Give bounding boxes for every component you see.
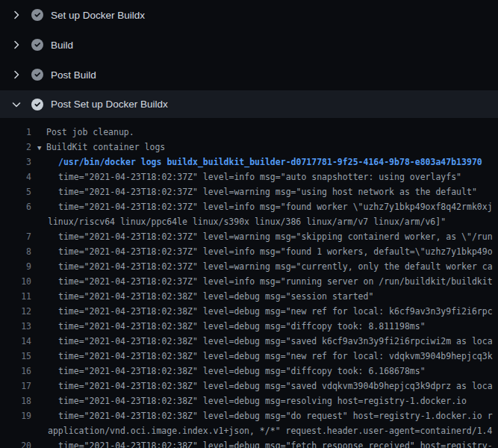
check-circle-icon <box>31 69 43 81</box>
step-list: Set up Docker Buildx Build Post Build <box>0 0 498 118</box>
line-number: 12 <box>0 304 31 319</box>
step-row-post-build[interactable]: Post Build <box>0 60 498 90</box>
line-number <box>0 214 31 229</box>
check-circle-icon <box>31 9 43 21</box>
log-text: time="2021-04-23T18:02:38Z" level=debug … <box>58 319 426 334</box>
line-number: 19 <box>0 408 31 423</box>
log-line: 18time="2021-04-23T18:02:38Z" level=debu… <box>0 393 498 408</box>
group-collapse-toggle-icon[interactable]: ▼ <box>37 140 46 155</box>
log-command-link[interactable]: /usr/bin/docker logs buildx_buildkit_bui… <box>58 155 482 169</box>
log-line: 6time="2021-04-23T18:02:37Z" level=info … <box>0 199 498 214</box>
log-text: time="2021-04-23T18:02:37Z" level=warnin… <box>58 229 493 244</box>
log-lines: 1Post job cleanup.2▼BuildKit container l… <box>0 125 498 448</box>
log-line: 10time="2021-04-23T18:02:37Z" level=info… <box>0 274 498 289</box>
log-line: 7time="2021-04-23T18:02:37Z" level=warni… <box>0 229 498 244</box>
step-label: Post Set up Docker Buildx <box>51 99 168 110</box>
line-number: 1 <box>0 125 31 140</box>
log-line: 2▼BuildKit container logs <box>0 140 498 155</box>
line-number: 20 <box>0 438 31 448</box>
line-number: 11 <box>0 289 31 304</box>
step-row-set-up-docker-buildx[interactable]: Set up Docker Buildx <box>0 0 498 30</box>
log-text: Post job cleanup. <box>46 125 134 140</box>
line-number: 14 <box>0 334 31 349</box>
line-number: 4 <box>0 169 31 184</box>
line-number <box>0 423 31 438</box>
log-text: time="2021-04-23T18:02:37Z" level=info m… <box>58 169 461 184</box>
log-line: 17time="2021-04-23T18:02:38Z" level=debu… <box>0 379 498 393</box>
log-area: 1Post job cleanup.2▼BuildKit container l… <box>0 118 498 448</box>
workflow-log-viewer: Set up Docker Buildx Build Post Build <box>0 0 498 448</box>
line-number: 3 <box>0 155 31 169</box>
log-line: 9time="2021-04-23T18:02:37Z" level=warni… <box>0 259 498 274</box>
line-number: 13 <box>0 319 31 334</box>
line-number: 2 <box>0 140 31 155</box>
line-number: 18 <box>0 393 31 408</box>
log-text: time="2021-04-23T18:02:38Z" level=debug … <box>58 379 493 393</box>
log-line: 11time="2021-04-23T18:02:38Z" level=debu… <box>0 289 498 304</box>
log-text: ▼BuildKit container logs <box>37 140 165 155</box>
log-text: time="2021-04-23T18:02:38Z" level=debug … <box>58 364 426 379</box>
log-line: 5time="2021-04-23T18:02:37Z" level=warni… <box>0 184 498 199</box>
log-text: time="2021-04-23T18:02:38Z" level=debug … <box>58 334 493 349</box>
line-number: 9 <box>0 259 31 274</box>
line-number: 5 <box>0 184 31 199</box>
log-line: 3/usr/bin/docker logs buildx_buildkit_bu… <box>0 155 498 169</box>
chevron-right-icon[interactable] <box>10 9 22 21</box>
chevron-right-icon[interactable] <box>10 39 22 51</box>
log-line: 20time="2021-04-23T18:02:38Z" level=debu… <box>0 438 498 448</box>
log-line: 15time="2021-04-23T18:02:38Z" level=debu… <box>0 349 498 364</box>
line-number: 6 <box>0 199 31 214</box>
step-label: Post Build <box>51 69 96 81</box>
log-text: time="2021-04-23T18:02:37Z" level=info m… <box>58 244 493 259</box>
log-line: 14time="2021-04-23T18:02:38Z" level=debu… <box>0 334 498 349</box>
log-line: 4time="2021-04-23T18:02:37Z" level=info … <box>0 169 498 184</box>
step-label: Build <box>51 40 73 51</box>
log-text: time="2021-04-23T18:02:38Z" level=debug … <box>58 408 493 423</box>
line-number: 15 <box>0 349 31 364</box>
chevron-right-icon[interactable] <box>10 69 22 81</box>
log-line: 19time="2021-04-23T18:02:38Z" level=debu… <box>0 408 498 423</box>
log-line: linux/riscv64 linux/ppc64le linux/s390x … <box>0 214 498 229</box>
log-text: time="2021-04-23T18:02:37Z" level=info m… <box>58 199 493 214</box>
log-text: application/vnd.oci.image.index.v1+json,… <box>48 423 492 438</box>
check-circle-icon <box>31 99 43 111</box>
log-text: time="2021-04-23T18:02:38Z" level=debug … <box>58 289 373 304</box>
log-text: time="2021-04-23T18:02:38Z" level=debug … <box>58 438 493 448</box>
line-number: 8 <box>0 244 31 259</box>
log-text: linux/riscv64 linux/ppc64le linux/s390x … <box>48 214 446 229</box>
log-text: time="2021-04-23T18:02:37Z" level=info m… <box>58 274 493 289</box>
check-circle-icon <box>31 39 43 51</box>
log-line: application/vnd.oci.image.index.v1+json,… <box>0 423 498 438</box>
log-line: 1Post job cleanup. <box>0 125 498 140</box>
log-line: 16time="2021-04-23T18:02:38Z" level=debu… <box>0 364 498 379</box>
step-row-post-set-up-docker-buildx[interactable]: Post Set up Docker Buildx <box>0 90 498 118</box>
line-number: 16 <box>0 364 31 379</box>
log-line: 8time="2021-04-23T18:02:37Z" level=info … <box>0 244 498 259</box>
chevron-down-icon[interactable] <box>10 99 22 111</box>
log-text: time="2021-04-23T18:02:38Z" level=debug … <box>58 349 493 364</box>
log-line: 12time="2021-04-23T18:02:38Z" level=debu… <box>0 304 498 319</box>
step-row-build[interactable]: Build <box>0 30 498 60</box>
log-line: 13time="2021-04-23T18:02:38Z" level=debu… <box>0 319 498 334</box>
step-label: Set up Docker Buildx <box>51 10 145 21</box>
line-number: 10 <box>0 274 31 289</box>
log-text: time="2021-04-23T18:02:37Z" level=warnin… <box>58 259 493 274</box>
log-text: time="2021-04-23T18:02:38Z" level=debug … <box>58 304 493 319</box>
log-text: time="2021-04-23T18:02:38Z" level=debug … <box>58 393 467 408</box>
line-number: 7 <box>0 229 31 244</box>
log-text: time="2021-04-23T18:02:37Z" level=warnin… <box>58 184 477 199</box>
line-number: 17 <box>0 379 31 393</box>
